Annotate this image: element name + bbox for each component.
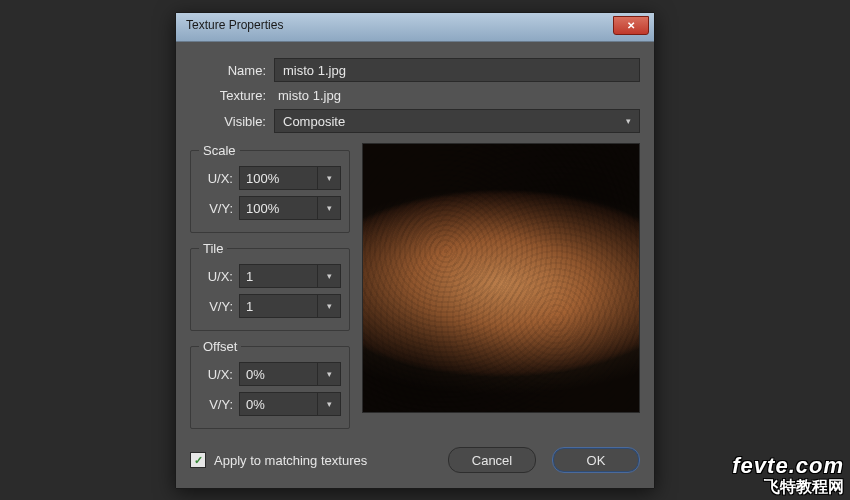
offset-ux-input[interactable]: 0% ▾ [239,362,341,386]
dialog-title: Texture Properties [186,18,283,32]
visible-select[interactable]: Composite ▾ [274,109,640,133]
texture-preview [362,143,640,413]
chevron-down-icon: ▾ [317,197,340,219]
tile-group: Tile U/X: 1 ▾ V/Y: 1 ▾ [190,241,350,331]
tile-vy-input[interactable]: 1 ▾ [239,294,341,318]
scale-ux-label: U/X: [199,171,233,186]
tile-title: Tile [199,241,227,256]
texture-value: misto 1.jpg [274,88,341,103]
tile-ux-label: U/X: [199,269,233,284]
scale-ux-input[interactable]: 100% ▾ [239,166,341,190]
chevron-down-icon: ▾ [317,167,340,189]
cancel-button[interactable]: Cancel [448,447,536,473]
checkbox-icon: ✓ [190,452,206,468]
chevron-down-icon: ▾ [317,363,340,385]
apply-matching-label: Apply to matching textures [214,453,367,468]
offset-vy-label: V/Y: [199,397,233,412]
chevron-down-icon: ▾ [626,116,631,126]
offset-ux-value: 0% [240,367,317,382]
titlebar[interactable]: Texture Properties ✕ [176,13,654,42]
offset-title: Offset [199,339,241,354]
watermark-line1: fevte.com [732,454,844,478]
watermark-line2: 飞特教程网 [732,478,844,496]
tile-vy-value: 1 [240,299,317,314]
chevron-down-icon: ▾ [317,265,340,287]
scale-group: Scale U/X: 100% ▾ V/Y: 100% ▾ [190,143,350,233]
offset-vy-value: 0% [240,397,317,412]
scale-vy-label: V/Y: [199,201,233,216]
offset-ux-label: U/X: [199,367,233,382]
chevron-down-icon: ▾ [317,393,340,415]
dialog-body: Name: Texture: misto 1.jpg Visible: Comp… [176,42,654,483]
apply-matching-checkbox[interactable]: ✓ Apply to matching textures [190,452,367,468]
close-button[interactable]: ✕ [613,16,649,35]
scale-vy-input[interactable]: 100% ▾ [239,196,341,220]
texture-properties-dialog: Texture Properties ✕ Name: Texture: mist… [175,12,655,489]
texture-label: Texture: [190,88,274,103]
name-label: Name: [190,63,274,78]
visible-value: Composite [283,114,345,129]
watermark: fevte.com 飞特教程网 [732,454,844,496]
name-input[interactable] [274,58,640,82]
offset-vy-input[interactable]: 0% ▾ [239,392,341,416]
scale-vy-value: 100% [240,201,317,216]
tile-ux-input[interactable]: 1 ▾ [239,264,341,288]
scale-title: Scale [199,143,240,158]
tile-ux-value: 1 [240,269,317,284]
visible-label: Visible: [190,114,274,129]
chevron-down-icon: ▾ [317,295,340,317]
close-icon: ✕ [627,20,635,31]
tile-vy-label: V/Y: [199,299,233,314]
offset-group: Offset U/X: 0% ▾ V/Y: 0% ▾ [190,339,350,429]
scale-ux-value: 100% [240,171,317,186]
ok-button[interactable]: OK [552,447,640,473]
